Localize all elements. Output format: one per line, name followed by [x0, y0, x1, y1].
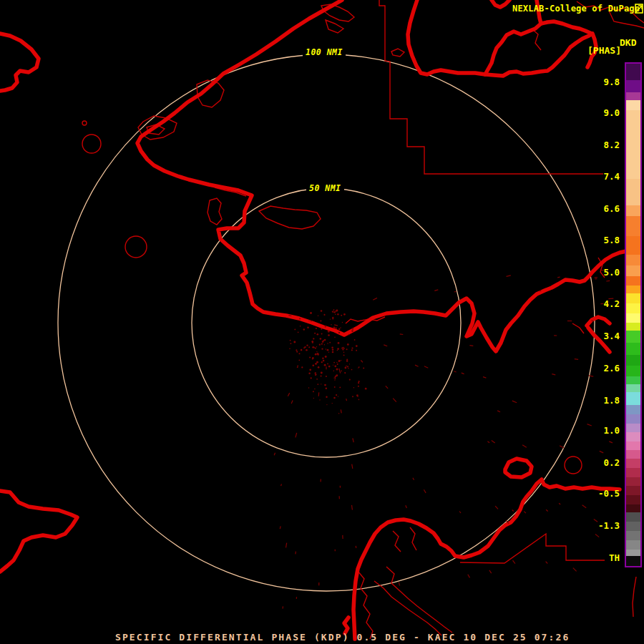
radar-map: [0, 0, 644, 644]
colorbar-segment: [626, 255, 640, 265]
product-caption: SPECIFIC DIFFERENTIAL PHASE (KDP) 0.5 DE…: [115, 632, 570, 643]
colorbar-segment: [626, 92, 640, 100]
colorbar-tick-label: 4.2: [603, 298, 620, 311]
colorbar-segment: [626, 468, 640, 477]
colorbar-segment: [626, 556, 640, 566]
colorbar-segment: [626, 392, 640, 405]
coastline-south-lagoon: [353, 479, 620, 639]
units-label: [PHAS]: [587, 45, 621, 56]
radar-display: NEXLAB-College of DuPage DKD [PHAS] 100 …: [0, 0, 644, 644]
colorbar-segment: [626, 216, 640, 236]
colorbar-tick-label: -0.5: [598, 487, 620, 500]
colorbar-tick-label: 8.2: [603, 139, 620, 152]
lake-outline: [565, 457, 582, 474]
range-ring-50nmi-label: 50 NMI: [306, 183, 344, 193]
colorbar-segment: [626, 64, 640, 80]
colorbar-segment: [626, 441, 640, 450]
boundary-line-bottom-right: [633, 577, 636, 617]
colorbar-segment: [626, 110, 640, 179]
radar-echoes: [274, 270, 613, 609]
colorbar-segment: [626, 286, 640, 293]
colorbar-segment: [626, 80, 640, 92]
colorbar-segment: [626, 414, 640, 424]
colorbar-segment: [626, 293, 640, 303]
colorbar-tick-label: 9.0: [603, 107, 620, 119]
coastline-detail-thin: [82, 1, 644, 639]
colorbar-segment: [626, 550, 640, 556]
colorbar-tick-label: 2.6: [603, 362, 620, 375]
lake-outline-small: [82, 121, 87, 125]
colorbar-segment: [626, 323, 640, 331]
colorbar-segment: [626, 376, 640, 384]
colorbar-tick-label: 1.8: [603, 394, 620, 407]
colorbar-tick-label: 9.8: [603, 76, 620, 89]
page-title: NEXLAB-College of DuPage: [512, 4, 640, 14]
colorbar-segment: [626, 265, 640, 276]
colorbar-segment: [626, 355, 640, 366]
colorbar-tick-label: 3.4: [603, 330, 620, 343]
colorbar-segment: [626, 343, 640, 355]
colorbar-segment: [626, 100, 640, 110]
colorbar-segments: [626, 64, 640, 566]
colorbar-segment: [626, 495, 640, 504]
colorbar-tick-label: -1.3: [598, 519, 620, 532]
colorbar-segment: [626, 384, 640, 392]
colorbar-segment: [626, 313, 640, 323]
lake-outline: [125, 236, 147, 258]
lake-outline: [82, 135, 101, 153]
colorbar-segment: [626, 522, 640, 531]
coastline-south-hook: [344, 618, 348, 633]
colorbar-segment: [626, 459, 640, 468]
colorbar-segment: [626, 450, 640, 459]
colorbar-segment: [626, 303, 640, 313]
colorbar-segment: [626, 504, 640, 512]
island-southeast: [505, 459, 532, 477]
colorbar-segment: [626, 424, 640, 432]
colorbar-tick-label: 7.4: [603, 170, 620, 183]
coastline-bay-branch: [485, 24, 541, 74]
colorbar: [625, 62, 642, 567]
colorbar-tick-label: TH: [609, 552, 620, 565]
colorbar-segment: [626, 366, 640, 376]
colorbar-segment: [626, 486, 640, 495]
colorbar-segment: [626, 205, 640, 216]
colorbar-segment: [626, 540, 640, 550]
peninsula-northwest: [0, 34, 39, 91]
colorbar-tick-label: 1.0: [603, 424, 620, 437]
product-code-label: DKD: [620, 37, 636, 48]
range-ring-100nmi-label: 100 NMI: [303, 47, 346, 57]
colorbar-segment: [626, 331, 640, 343]
colorbar-segment: [626, 276, 640, 286]
colorbar-segment: [626, 236, 640, 255]
coastline-top-dip: [492, 0, 509, 7]
colorbar-segment: [626, 477, 640, 486]
colorbar-tick-label: 5.0: [603, 266, 620, 279]
colorbar-tick-label: 6.6: [603, 203, 620, 215]
colorbar-tick-label: 0.2: [603, 457, 620, 469]
coastlines-thick: [0, 0, 630, 639]
colorbar-segment: [626, 405, 640, 414]
colorbar-segment: [626, 512, 640, 522]
colorbar-segment: [626, 531, 640, 540]
inlet-east-upper: [587, 317, 610, 326]
colorbar-segment: [626, 432, 640, 441]
peninsula-southwest: [0, 491, 77, 572]
colorbar-tick-label: 5.8: [603, 234, 620, 247]
coastline-main-west: [137, 0, 630, 351]
cod-logo-icon: [635, 3, 643, 16]
colorbar-segment: [626, 179, 640, 205]
